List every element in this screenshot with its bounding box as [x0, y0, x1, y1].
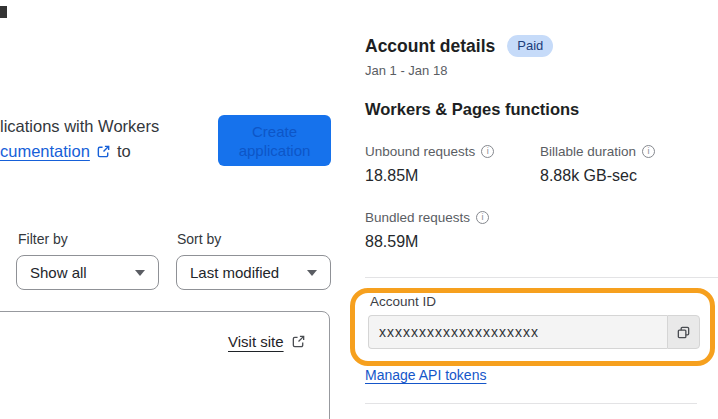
- visit-site-link[interactable]: Visit site: [228, 333, 284, 350]
- unbound-requests-label: Unbound requests i: [365, 144, 494, 159]
- intro-text-suffix: to: [117, 142, 131, 161]
- external-link-icon: [291, 334, 306, 349]
- chevron-down-icon: [135, 270, 145, 276]
- unbound-requests-value: 18.85M: [365, 167, 418, 185]
- paid-badge: Paid: [507, 35, 553, 57]
- billable-duration-value: 8.88k GB-sec: [540, 167, 637, 185]
- create-application-button[interactable]: Create application: [218, 115, 331, 166]
- bundled-requests-label: Bundled requests i: [365, 210, 489, 225]
- metric-label-text: Billable duration: [540, 144, 636, 159]
- filter-by-label: Filter by: [18, 231, 68, 247]
- intro-text-line2: cumentation to: [0, 142, 131, 161]
- external-link-icon: [96, 144, 111, 159]
- intro-text-line1: lications with Workers: [0, 117, 159, 136]
- filter-dropdown-value: Show all: [30, 264, 87, 281]
- divider: [365, 403, 697, 404]
- metric-label-text: Bundled requests: [365, 210, 470, 225]
- documentation-link[interactable]: cumentation: [0, 142, 90, 161]
- chevron-down-icon: [307, 270, 317, 276]
- divider: [365, 277, 718, 278]
- account-id-label: Account ID: [370, 294, 436, 309]
- metric-label-text: Unbound requests: [365, 144, 475, 159]
- sort-dropdown-value: Last modified: [190, 264, 279, 281]
- workers-pages-section-title: Workers & Pages functions: [365, 100, 579, 119]
- date-range: Jan 1 - Jan 18: [365, 63, 447, 78]
- account-details-header: Account details Paid: [365, 35, 553, 57]
- filter-dropdown[interactable]: Show all: [16, 255, 159, 290]
- dashboard-screen: lications with Workers cumentation to Cr…: [0, 0, 718, 419]
- info-icon[interactable]: i: [481, 145, 494, 158]
- info-icon[interactable]: i: [476, 211, 489, 224]
- sort-by-label: Sort by: [177, 231, 221, 247]
- manage-api-tokens-link[interactable]: Manage API tokens: [365, 367, 486, 383]
- copy-button[interactable]: [667, 315, 700, 349]
- application-card: [0, 311, 330, 419]
- billable-duration-label: Billable duration i: [540, 144, 655, 159]
- visit-site-row: Visit site: [228, 333, 306, 350]
- account-details-title: Account details: [365, 36, 495, 57]
- account-id-input[interactable]: [368, 315, 667, 349]
- sort-dropdown[interactable]: Last modified: [176, 255, 331, 290]
- bundled-requests-value: 88.59M: [365, 233, 418, 251]
- info-icon[interactable]: i: [642, 145, 655, 158]
- copy-icon: [676, 325, 691, 340]
- account-id-row: [368, 315, 700, 349]
- screen-edge-artifact: [0, 6, 7, 18]
